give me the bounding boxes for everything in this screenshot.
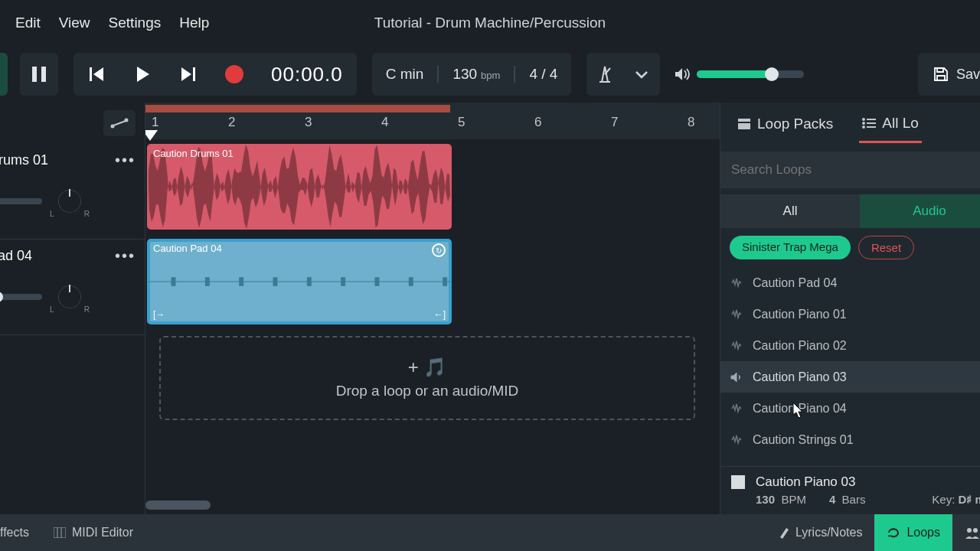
menu-view[interactable]: View (50, 10, 100, 36)
track-header[interactable]: n Pad 04 ••• L R (0, 240, 145, 335)
track-headers-column: n Drums 01 ••• L R n Pad 04 ••• L R (0, 103, 145, 514)
ruler-bar-7: 7 (611, 115, 618, 130)
svg-rect-25 (867, 126, 876, 128)
filter-all[interactable]: All (720, 194, 860, 228)
master-volume (674, 67, 804, 82)
browser-tab-row: Loop Packs All Lo (720, 103, 980, 145)
reset-tag-button[interactable]: Reset (858, 236, 914, 259)
automation-button[interactable] (103, 110, 136, 136)
tempo-selector[interactable]: 130bpm (439, 66, 515, 83)
toolbar: 00:00.0 C min 130bpm 4 / 4 Save (0, 46, 980, 103)
loop-item[interactable]: Caution Piano 03 (720, 361, 980, 393)
ruler-bar-8: 8 (688, 115, 694, 130)
waveform-icon (730, 278, 743, 289)
skip-end-button[interactable] (165, 53, 211, 96)
tab-loop-packs[interactable]: Loop Packs (734, 106, 836, 142)
tab-loops[interactable]: Loops (874, 514, 952, 551)
pencil-icon (779, 527, 789, 539)
svg-rect-13 (307, 277, 312, 286)
loop-name: Caution Piano 02 (753, 339, 847, 353)
plus-note-icon: + 🎵 (408, 357, 447, 378)
tab-midi-editor[interactable]: MIDI Editor (41, 514, 145, 551)
timecode-display[interactable]: 00:00.0 (257, 63, 357, 86)
save-icon (933, 67, 949, 82)
stop-preview-button[interactable] (731, 475, 745, 489)
menu-help[interactable]: Help (170, 10, 218, 36)
ruler-bar-4: 4 (381, 115, 388, 130)
filter-audio[interactable]: Audio (860, 194, 980, 228)
svg-rect-17 (443, 277, 447, 286)
snap-toggle-button[interactable] (20, 53, 58, 96)
waveform-icon (730, 372, 743, 383)
skip-start-button[interactable] (74, 53, 119, 96)
menu-edit[interactable]: Edit (6, 10, 50, 36)
track-header[interactable]: n Drums 01 ••• L R (0, 144, 145, 240)
clip-label: Caution Pad 04 (153, 243, 222, 254)
play-button[interactable] (119, 53, 165, 96)
clip-trim-left[interactable]: [→ (153, 309, 165, 320)
save-button[interactable]: Save (918, 53, 980, 96)
search-loops-input[interactable] (720, 152, 980, 188)
drop-zone[interactable]: + 🎵 Drop a loop or an audio/MID (159, 336, 695, 420)
svg-rect-11 (239, 277, 243, 286)
track-more-button[interactable]: ••• (115, 247, 136, 265)
record-icon (225, 65, 243, 83)
metronome-button[interactable] (586, 53, 623, 96)
audio-clip[interactable]: Caution Pad 04↻ [→ ←] (147, 239, 452, 324)
loop-toggle-button[interactable] (0, 53, 8, 96)
bottom-bar: ffects MIDI Editor Lyrics/Notes Loops (0, 514, 980, 551)
svg-rect-21 (867, 119, 876, 120)
menu-settings[interactable]: Settings (100, 10, 171, 36)
audio-clip[interactable]: Caution Drums 01 (147, 144, 452, 230)
loop-item[interactable]: Caution Piano 04 (720, 393, 980, 424)
loop-item[interactable]: Caution Piano 01 (720, 298, 980, 330)
list-icon (862, 118, 876, 129)
clip-label: Caution Drums 01 (153, 148, 234, 159)
pan-knob[interactable]: L R (51, 186, 88, 217)
svg-line-7 (113, 121, 126, 126)
svg-point-29 (967, 528, 972, 533)
waveform-icon (730, 309, 743, 320)
track-volume-slider[interactable] (0, 198, 42, 204)
svg-rect-19 (738, 123, 750, 129)
svg-rect-23 (867, 122, 876, 124)
pack-tag[interactable]: Sinister Trap Mega (730, 236, 851, 259)
waveform-icon (730, 341, 743, 351)
ruler-bar-6: 6 (534, 115, 541, 130)
tab-all-loops[interactable]: All Lo (859, 106, 922, 143)
svg-rect-2 (90, 67, 92, 81)
track-name: n Drums 01 (0, 152, 48, 168)
svg-rect-1 (41, 67, 46, 82)
people-icon (965, 527, 980, 539)
svg-rect-18 (738, 119, 750, 122)
loop-item[interactable]: Caution Piano 02 (720, 330, 980, 361)
ruler-bar-3: 3 (305, 115, 312, 130)
time-signature-selector[interactable]: 4 / 4 (515, 66, 571, 83)
ruler-bar-1: 1 (152, 115, 158, 130)
loop-region[interactable] (145, 105, 450, 112)
loop-item[interactable]: Caution Strings 01 (720, 424, 980, 455)
loop-name: Caution Piano 01 (753, 308, 847, 321)
loop-name: Caution Piano 04 (753, 402, 847, 416)
volume-icon (674, 67, 691, 82)
svg-rect-12 (273, 277, 278, 286)
svg-rect-15 (375, 277, 380, 286)
tab-effects[interactable]: ffects (0, 514, 41, 551)
clip-trim-right[interactable]: ←] (434, 309, 446, 320)
tab-lyrics-notes[interactable]: Lyrics/Notes (766, 514, 874, 551)
tab-collab[interactable] (952, 514, 980, 551)
track-volume-slider[interactable] (0, 294, 42, 300)
track-more-button[interactable]: ••• (115, 152, 136, 169)
horizontal-scrollbar[interactable] (145, 500, 211, 510)
track-name: n Pad 04 (0, 248, 32, 264)
loop-detail-name: Caution Piano 03 (756, 474, 855, 490)
loop-item[interactable]: Caution Pad 04 (720, 267, 980, 298)
clip-loop-icon[interactable]: ↻ (432, 243, 446, 257)
key-selector[interactable]: C min (372, 66, 439, 83)
metronome-menu-button[interactable] (623, 53, 660, 96)
pan-knob[interactable]: L R (51, 282, 88, 312)
record-button[interactable] (211, 53, 257, 96)
tag-row: Sinister Trap Mega Reset (720, 228, 980, 267)
loop-icon (887, 527, 900, 538)
master-volume-slider[interactable] (697, 70, 804, 78)
